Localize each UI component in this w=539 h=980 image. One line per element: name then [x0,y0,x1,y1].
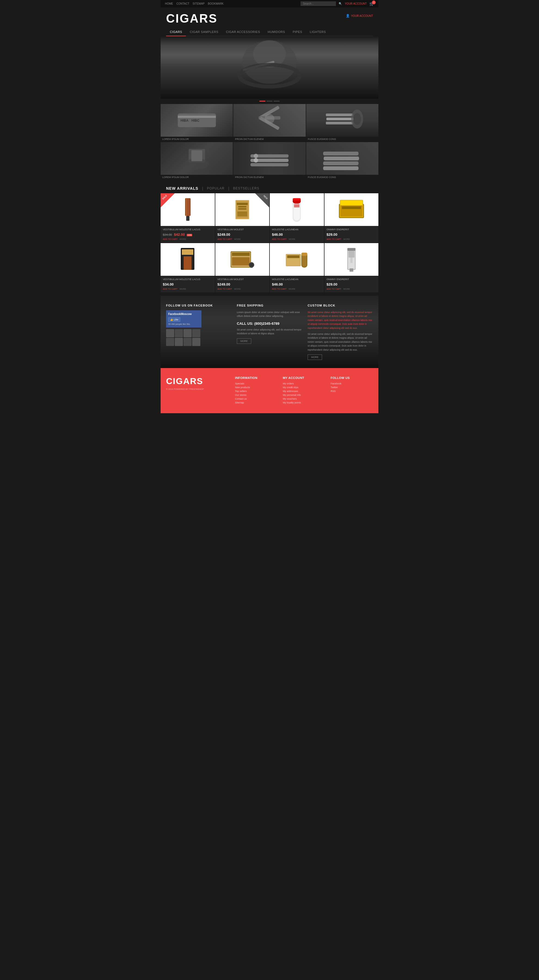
footer-link-twitter[interactable]: Twitter [331,386,373,389]
fb-likes-count: 55 490 people like this. [168,323,199,325]
product-actions-8: ADD TO CART MORE [327,288,377,290]
nav-lighters[interactable]: LIGHTERS [306,28,330,36]
svg-rect-47 [342,206,361,209]
hero-banner [161,36,378,99]
custom-title: CUSTOM BLOCK [308,304,373,307]
footer-link-addresses[interactable]: My addresses [283,390,325,393]
svg-rect-13 [326,118,354,120]
add-to-cart-3[interactable]: ADD TO CART [272,238,287,240]
footer-link-rss[interactable]: RSS [331,390,373,393]
grid-cell-4[interactable] [161,142,233,175]
custom-more-btn[interactable]: MORE [308,355,322,360]
svg-rect-32 [186,198,187,216]
cart-icon[interactable]: 🛒 1 [369,2,374,6]
sitemap-link[interactable]: SITEMAP [193,2,205,5]
product-info-2: VESTIBULUM MOLEST $249.00 ADD TO CART MO… [215,226,269,243]
nav-cigars[interactable]: CIGARS [166,28,186,36]
shipping-more-btn[interactable]: MORE [237,338,251,344]
footer-link-credit-slips[interactable]: My credit slips [283,386,325,389]
footer-brand-col: CIGARS © 2014 POWERED BY PRESTASHOP [166,376,229,405]
grid-cell-5[interactable] [233,142,305,175]
grid-cell-6[interactable] [306,142,378,175]
add-to-cart-7[interactable]: ADD TO CART [272,288,287,290]
footer-link-stores[interactable]: Our stores [235,394,277,396]
main-nav: CIGARS CIGAR SAMPLERS CIGAR ACCESSORIES … [166,28,373,36]
product-price-1: $34.00 $42.00 11% [163,232,213,237]
account-link[interactable]: YOUR ACCOUNT [345,2,367,5]
slider-dot-2[interactable] [267,101,272,102]
add-to-cart-4[interactable]: ADD TO CART [327,238,341,240]
tab-separator-1: | [202,186,204,191]
add-to-cart-1[interactable]: ADD TO CART [163,238,178,240]
custom-text: Sit amet come cletur adipiscing elit, se… [308,332,373,352]
add-to-cart-8[interactable]: ADD TO CART [327,288,341,290]
search-input[interactable] [301,2,336,6]
grid-labels-row2: LOREM IPSUM DOLOR PROIN DICTUM ELENEM FU… [161,175,378,180]
nav-humidors[interactable]: HUMIDORS [264,28,289,36]
price-7: $46.00 [272,282,283,286]
footer-link-orders[interactable]: My orders [283,382,325,385]
hero-svg [202,38,337,97]
label-1: LOREM IPSUM DOLOR [161,137,233,142]
product-info-4: ONMMY ENDRERIT $29.00 ADD TO CART MORE [324,226,378,243]
svg-rect-37 [238,208,246,210]
bookmark-link[interactable]: BOOKMARK [208,2,224,5]
tab-popular[interactable]: POPULAR [207,186,224,190]
product-price-4: $29.00 [327,232,377,237]
more-link-4[interactable]: MORE [343,238,350,240]
nav-cigar-samplers[interactable]: CIGAR SAMPLERS [186,28,222,36]
slider-nav [161,99,378,103]
price-new-1: $42.00 [174,232,185,237]
search-icon[interactable]: 🔍 [339,2,342,5]
grid-cell-2[interactable] [233,104,305,137]
grid-cell-1[interactable]: HIBAHIBC [161,104,233,137]
footer-link-sitemap[interactable]: Sitemap [235,401,277,404]
price-5: $34.00 [163,282,174,286]
footer-link-new-products[interactable]: New products [235,386,277,389]
more-link-6[interactable]: MORE [234,288,241,290]
svg-text:HIBA: HIBA [180,119,189,123]
grid-cell-3[interactable] [306,104,378,137]
fb-photos-grid [166,329,231,346]
tab-bestsellers[interactable]: BESTSELLERS [233,186,259,190]
footer-link-facebook[interactable]: Facebook [331,382,373,385]
fb-widget[interactable]: FacebookMoscow 👍 Like 55 490 people like… [166,310,202,328]
account-area[interactable]: 👤 YOUR ACCOUNT [346,12,373,18]
contact-link[interactable]: CONTACT [176,2,189,5]
add-to-cart-6[interactable]: ADD TO CART [218,288,232,290]
footer-link-specials[interactable]: Specials [235,382,277,385]
custom-block-col: CUSTOM BLOCK Sit amet come cletur adipis… [308,304,373,360]
footer-link-vouchers[interactable]: My vouchers [283,398,325,400]
product-img-1: SALE [161,193,215,226]
more-link-8[interactable]: MORE [343,288,350,290]
footer-link-loyalty[interactable]: My loyalty points [283,401,325,404]
tab-new-arrivals[interactable]: NEW ARRIVALS [166,186,199,191]
footer-link-top-sellers[interactable]: Top sellers [235,390,277,393]
more-link-2[interactable]: MORE [234,238,241,240]
product-info-6: VESTIBULUM MOLEST $249.00 ADD TO CART MO… [215,276,269,293]
add-to-cart-5[interactable]: ADD TO CART [163,288,178,290]
home-link[interactable]: HOME [165,2,173,5]
call-title: CALL US: (800)2345-6789 [237,321,302,326]
fb-like-btn[interactable]: 👍 Like [168,317,180,322]
product-name-7: MOLESTIE LACUNEAN [272,278,322,281]
product-actions-2: ADD TO CART MORE [218,238,267,240]
slider-dot-3[interactable] [273,101,280,102]
add-to-cart-2[interactable]: ADD TO CART [218,238,232,240]
product-name-4: ONMMY ENDRERIT [327,228,377,231]
footer-link-contact[interactable]: Contact us [235,398,277,400]
more-link-7[interactable]: MORE [289,288,295,290]
svg-rect-48 [340,200,363,205]
product-card-6: VESTIBULUM MOLEST $249.00 ADD TO CART MO… [215,243,269,293]
fb-page-name: FacebookMoscow [168,312,199,315]
more-link-3[interactable]: MORE [289,238,295,240]
call-text: Sit amet come cletur adipiscing elit, se… [237,328,302,336]
nav-cigar-accessories[interactable]: CIGAR ACCESSORIES [222,28,264,36]
label-4: LOREM IPSUM DOLOR [161,175,233,180]
nav-pipes[interactable]: PIPES [289,28,306,36]
footer-link-personal-info[interactable]: My personal info [283,394,325,396]
more-link-1[interactable]: MORE [180,238,186,240]
slider-dot-active[interactable] [259,101,266,102]
more-link-5[interactable]: MORE [180,288,186,290]
shipping-title: FREE SHIPPING [237,304,302,307]
